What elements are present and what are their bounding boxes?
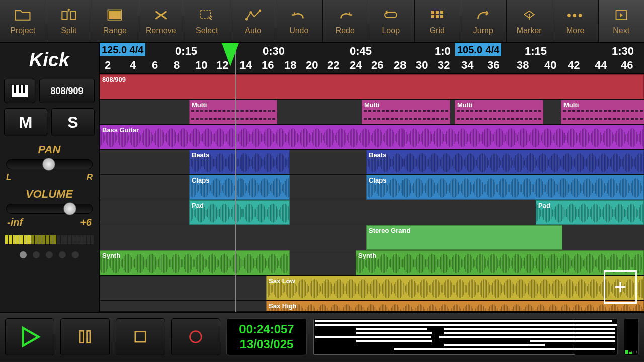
next-button[interactable]: Next [599, 0, 645, 42]
svg-point-7 [259, 10, 261, 12]
svg-rect-1 [70, 12, 75, 19]
auto-button[interactable]: Auto [230, 0, 277, 42]
track-row[interactable]: BeatsBeats [100, 150, 644, 175]
volume-slider[interactable] [6, 204, 93, 214]
select-icon [198, 7, 216, 23]
track-name: Kick [0, 43, 99, 79]
marker-icon [520, 7, 538, 23]
svg-rect-22 [135, 332, 145, 342]
tempo-marker[interactable]: 125.0 4/4 [100, 43, 145, 56]
pan-label: PAN [5, 143, 94, 156]
output-meter: C I [624, 318, 639, 355]
folder-icon [14, 7, 32, 23]
svg-rect-8 [431, 11, 434, 14]
pause-button[interactable] [60, 318, 110, 355]
track-row[interactable]: MultiMultiMultiMulti [100, 100, 644, 125]
svg-rect-18 [19, 85, 21, 93]
svg-rect-21 [87, 331, 90, 342]
mute-button[interactable]: M [4, 108, 47, 136]
playhead-icon[interactable] [222, 43, 239, 66]
overview-navigator[interactable] [313, 318, 618, 355]
clip[interactable]: Multi [189, 100, 277, 124]
track-row[interactable]: SynthSynth [100, 250, 644, 276]
remove-icon [152, 7, 170, 23]
more-icon: ••• [566, 7, 584, 23]
pan-right-label: R [87, 172, 93, 183]
project-button[interactable]: Project [0, 0, 46, 42]
svg-rect-20 [80, 331, 83, 342]
loop-icon [382, 7, 400, 23]
keyboard-button[interactable] [4, 79, 35, 103]
clip[interactable]: Multi [455, 100, 543, 124]
clip[interactable]: 808/909 [100, 74, 644, 99]
grid-icon [428, 7, 446, 23]
kit-button[interactable]: 808/909 [39, 79, 95, 103]
piano-icon [12, 85, 28, 97]
vol-max: +6 [80, 217, 92, 228]
svg-point-5 [245, 18, 248, 21]
next-icon [612, 7, 630, 23]
clip[interactable]: Beats [189, 150, 290, 174]
undo-icon [290, 7, 308, 23]
level-meter [5, 235, 94, 244]
clip[interactable]: Stereo Grand [366, 225, 562, 250]
undo-button[interactable]: Undo [276, 0, 323, 42]
jump-button[interactable]: Jump [460, 0, 507, 42]
clip[interactable]: Bass Guitar [100, 125, 644, 149]
play-button[interactable] [5, 318, 54, 355]
svg-point-14 [528, 14, 530, 15]
svg-rect-11 [431, 15, 434, 18]
pan-slider[interactable] [6, 159, 93, 169]
redo-button[interactable]: Redo [323, 0, 369, 42]
clip[interactable]: Synth [100, 250, 290, 275]
solo-button[interactable]: S [51, 108, 95, 136]
clip[interactable]: Sax Low [266, 276, 644, 300]
tempo-marker[interactable]: 105.0 4/4 [455, 43, 501, 56]
jump-icon [474, 7, 492, 23]
svg-rect-13 [440, 15, 443, 18]
vol-min: -inf [7, 217, 23, 228]
clip[interactable]: Beats [366, 150, 644, 174]
range-icon [106, 7, 124, 23]
track-row[interactable]: Stereo Grand [100, 225, 644, 250]
clip[interactable]: Sax High [266, 301, 644, 311]
svg-rect-9 [436, 11, 439, 14]
clip[interactable]: Claps [366, 175, 644, 200]
svg-rect-17 [14, 85, 16, 93]
marker-button[interactable]: Marker [507, 0, 553, 42]
remove-button[interactable]: Remove [138, 0, 185, 42]
timeline-ruler[interactable]: 125.0 4/4105.0 4/40:150:300:451:01:151:3… [100, 43, 644, 74]
clip[interactable]: Pad [536, 200, 644, 225]
more-button[interactable]: •••More [552, 0, 599, 42]
page-indicator[interactable] [0, 246, 99, 258]
svg-rect-10 [440, 11, 443, 14]
track-row[interactable]: Sax Low [100, 276, 644, 301]
track-row[interactable]: 808/909 [100, 74, 644, 100]
clip[interactable]: Multi [561, 100, 644, 124]
clip[interactable]: Pad [189, 200, 290, 225]
clip[interactable]: Multi [362, 100, 450, 124]
volume-label: VOLUME [5, 188, 94, 201]
clip[interactable]: Claps [189, 175, 290, 200]
playhead-line [235, 43, 236, 312]
loop-button[interactable]: Loop [368, 0, 415, 42]
add-track-button[interactable]: + [604, 270, 637, 304]
track-row[interactable]: ClapsClaps [100, 175, 644, 200]
record-button[interactable] [171, 318, 220, 355]
range-button[interactable]: Range [92, 0, 138, 42]
split-button[interactable]: Split [46, 0, 93, 42]
svg-rect-2 [109, 11, 121, 20]
svg-point-23 [190, 331, 202, 343]
timecode-display: 00:24:057 13/03/025 [226, 318, 307, 355]
track-row[interactable]: Bass Guitar [100, 125, 644, 150]
track-row[interactable]: Sax High [100, 301, 644, 312]
stop-button[interactable] [116, 318, 165, 355]
track-row[interactable]: PadPad [100, 200, 644, 225]
svg-rect-12 [436, 15, 439, 18]
grid-button[interactable]: Grid [415, 0, 461, 42]
svg-rect-19 [23, 85, 25, 93]
clip[interactable]: Synth [356, 250, 644, 275]
pan-left-label: L [6, 172, 11, 183]
select-button[interactable]: Select [184, 0, 230, 42]
svg-rect-0 [62, 12, 67, 19]
